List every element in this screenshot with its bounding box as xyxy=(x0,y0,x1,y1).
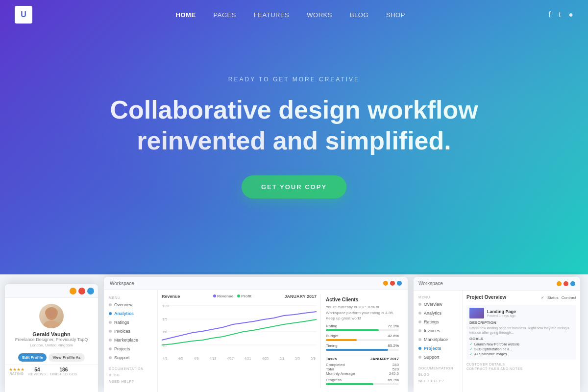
ws-dot2 xyxy=(418,312,421,315)
edit-profile-button[interactable]: Edit Profile xyxy=(18,353,47,362)
sidebar-label-analytics: Analytics xyxy=(114,311,134,316)
timing-progress-bar xyxy=(326,349,399,351)
sidebar-item-analytics[interactable]: Analytics xyxy=(104,309,157,318)
sidebar-item-support[interactable]: Support xyxy=(104,353,157,362)
svg-text:$50: $50 xyxy=(163,330,168,334)
x-axis-labels: 4/14/54/94/134/174/214/255/15/55/9 xyxy=(162,357,317,360)
svg-text:$25: $25 xyxy=(163,343,168,347)
dot-orange xyxy=(70,288,76,294)
sidebar-label-support: Support xyxy=(114,355,130,360)
budget-fill xyxy=(326,339,357,341)
navbar: U HOME PAGES FEATURES WORKS BLOG SHOP f … xyxy=(0,0,588,29)
ws-title: Workspace xyxy=(418,281,443,286)
sidebar-dot3 xyxy=(109,330,112,333)
stat-reviews-label: REVIEWS xyxy=(28,372,46,376)
twitter-icon[interactable]: t xyxy=(559,10,561,19)
stat-finished-val: 186 xyxy=(50,367,77,372)
stat-finished-label: FINISHED GOS xyxy=(50,372,77,376)
sidebar-item-projects[interactable]: Projects xyxy=(104,344,157,353)
ws-sidebar-analytics[interactable]: Analytics xyxy=(414,309,462,318)
sidebar-dot-active xyxy=(109,312,112,315)
ws-sidebar-marketplace[interactable]: Marketplace xyxy=(414,335,462,344)
chart-date: JANUARY 2017 xyxy=(284,294,317,299)
dot-orange3 xyxy=(557,281,562,286)
ws-label-projects: Projects xyxy=(424,346,441,351)
ws-dot4 xyxy=(418,329,421,332)
nav-item-shop[interactable]: SHOP xyxy=(386,10,405,19)
ws-sidebar-overview[interactable]: Overview xyxy=(414,300,462,309)
ws-label-overview: Overview xyxy=(424,302,442,307)
ws-dot5 xyxy=(418,338,421,341)
sidebar-dot6 xyxy=(109,356,112,359)
view-profile-button[interactable]: View Profile As xyxy=(49,353,84,362)
help-label: NEED HELP? xyxy=(104,378,157,384)
sidebar-item-marketplace[interactable]: Marketplace xyxy=(104,336,157,344)
analytics-main: Revenue Revenue Profit JANUARY 2017 xyxy=(158,290,408,392)
sidebar-label-projects: Projects xyxy=(114,346,130,351)
ws-sidebar-ratings[interactable]: Ratings xyxy=(414,318,462,326)
tasks-date: JANUARY 2017 xyxy=(370,357,399,361)
nav-link-features[interactable]: FEATURES xyxy=(254,11,289,19)
logo[interactable]: U xyxy=(15,6,32,24)
workspace-project-card: Workspace MENU Overview Analytics xyxy=(414,277,580,392)
sidebar-label-invoices: Invoices xyxy=(114,329,130,334)
profile-location: London, United Kingdom xyxy=(30,343,73,347)
dot-blue3 xyxy=(570,281,575,286)
nav-link-pages[interactable]: PAGES xyxy=(214,11,236,19)
svg-text:$100: $100 xyxy=(163,304,169,308)
project-desc-label: DESCRIPTION xyxy=(469,320,573,325)
hero-section: U HOME PAGES FEATURES WORKS BLOG SHOP f … xyxy=(0,0,588,274)
nav-item-features[interactable]: FEATURES xyxy=(254,10,289,19)
sidebar-item-ratings[interactable]: Ratings xyxy=(104,318,157,327)
progress-bar-main xyxy=(326,383,399,385)
analytics-card: Workspace MENU Overview Analytics xyxy=(104,277,408,392)
active-clients-title: Active Clients xyxy=(326,297,399,302)
profile-stats: ★★★★ RATING 54 REVIEWS 186 FINISHED GOS xyxy=(5,365,98,378)
project-goals-label: GOALS xyxy=(469,337,573,341)
legend-revenue: Revenue xyxy=(213,294,233,299)
goal-label-2: SEO Optimization be a... xyxy=(474,347,512,351)
rating-label: Rating72.3% xyxy=(326,324,399,328)
nav-link-works[interactable]: WORKS xyxy=(307,11,332,19)
hero-headline: Collaborative design workflow reinvented… xyxy=(103,95,485,156)
nav-link-blog[interactable]: BLOG xyxy=(350,11,368,19)
ws-menu-label: MENU xyxy=(414,294,462,300)
sidebar-item-invoices[interactable]: Invoices xyxy=(104,327,157,336)
user-icon[interactable]: ● xyxy=(568,10,573,19)
dot-red xyxy=(78,288,85,294)
pcm-title-section: Landing Page Posted 3 days ago xyxy=(487,309,516,318)
analytics-sidebar: MENU Overview Analytics Ratings Invoices xyxy=(104,290,158,392)
ws-sidebar-projects[interactable]: Projects xyxy=(414,344,462,353)
nav-item-works[interactable]: WORKS xyxy=(307,10,332,19)
stat-reviews-val: 54 xyxy=(28,367,46,372)
chart-title: Revenue xyxy=(162,294,180,299)
facebook-icon[interactable]: f xyxy=(548,10,550,19)
dot-orange2 xyxy=(383,281,388,286)
analytics-workspace-title: Workspace xyxy=(110,281,134,286)
ws-doc-label: DOCUMENTATION xyxy=(414,365,462,371)
goal-item-2: ✓ SEO Optimization be a... xyxy=(469,347,573,351)
profile-buttons: Edit Profile View Profile As xyxy=(5,353,98,362)
nav-item-home[interactable]: HOME xyxy=(176,10,196,19)
ws-dot6 xyxy=(418,347,421,350)
check-icon-3: ✓ xyxy=(469,352,473,356)
progress-label-row: Progress65.3% xyxy=(326,378,399,382)
ws-label-marketplace: Marketplace xyxy=(424,337,448,342)
sidebar-dot5 xyxy=(109,347,112,350)
ws-sidebar-invoices[interactable]: Invoices xyxy=(414,326,462,335)
nav-item-pages[interactable]: PAGES xyxy=(214,10,236,19)
nav-link-home[interactable]: HOME xyxy=(176,11,196,19)
profile-name: Gerald Vaughn xyxy=(32,331,71,337)
check-icon-2: ✓ xyxy=(469,347,473,351)
ws-sidebar: MENU Overview Analytics Ratings Invoices xyxy=(414,291,463,392)
nav-item-blog[interactable]: BLOG xyxy=(350,10,368,19)
ws-sidebar-support[interactable]: Support xyxy=(414,353,462,362)
chart-title-row: Revenue Revenue Profit JANUARY 2017 xyxy=(162,294,317,299)
sidebar-item-overview[interactable]: Overview xyxy=(104,300,157,309)
ws-body: MENU Overview Analytics Ratings Invoices xyxy=(414,291,580,392)
progress-fill-main xyxy=(326,383,373,385)
get-your-copy-button[interactable]: GET YOUR COPY xyxy=(242,175,346,198)
sidebar-dot xyxy=(109,303,112,306)
dot-blue xyxy=(87,288,94,294)
nav-link-shop[interactable]: SHOP xyxy=(386,11,405,19)
